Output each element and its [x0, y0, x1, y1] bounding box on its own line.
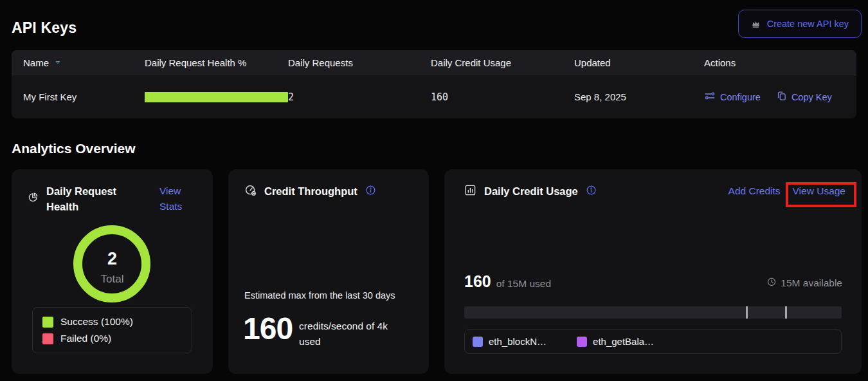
clock-icon — [766, 277, 777, 290]
credits-used-suffix: of 15M used — [496, 278, 551, 290]
eth-getbalance-swatch — [577, 337, 587, 347]
legend-item-eth-getbalance: eth_getBala… — [577, 336, 654, 347]
success-swatch — [42, 317, 53, 328]
updated-value: Sep 8, 2025 — [574, 91, 704, 102]
card-title: Daily Request Health — [46, 183, 130, 214]
throughput-value: 160 — [243, 312, 293, 349]
column-header-credit-usage: Daily Credit Usage — [431, 57, 574, 68]
daily-requests-value: 2 — [288, 91, 431, 103]
daily-request-health-card: Daily Request Health View Stats 2 Total … — [12, 169, 213, 374]
eth-getbalance-label: eth_getBala… — [593, 336, 654, 347]
donut-total-value: 2 — [12, 249, 213, 269]
crown-icon — [751, 19, 761, 29]
eth-blocknumber-label: eth_blockN… — [489, 336, 547, 347]
row-actions: Configure Copy Key — [704, 90, 856, 104]
table-row[interactable]: My First Key 2 160 Sep 8, 2025 Configure — [12, 75, 856, 118]
column-header-health: Daily Request Health % — [145, 57, 288, 68]
pie-chart-icon — [28, 192, 39, 205]
info-icon[interactable] — [586, 185, 597, 198]
health-legend: Success (100%) Failed (0%) — [32, 307, 192, 353]
page-title: API Keys — [12, 19, 77, 37]
progress-tick — [785, 306, 787, 319]
api-key-name: My First Key — [23, 91, 145, 102]
daily-credit-usage-value: 160 — [431, 91, 574, 103]
copy-icon — [776, 91, 787, 104]
gauge-icon — [244, 184, 257, 199]
credit-throughput-card: Credit Throughput Estimated max from the… — [228, 169, 429, 374]
throughput-subtitle: Estimated max from the last 30 days — [244, 290, 395, 301]
analytics-title: Analytics Overview — [12, 141, 136, 156]
copy-key-link[interactable]: Copy Key — [776, 91, 832, 104]
card-title: Daily Credit Usage — [484, 183, 578, 199]
create-api-key-button[interactable]: Create new API key — [738, 10, 862, 38]
donut-total-label: Total — [12, 273, 213, 286]
legend-item-eth-blocknumber: eth_blockN… — [473, 336, 547, 347]
column-header-name[interactable]: Name — [23, 57, 145, 68]
bar-chart-icon — [464, 184, 476, 199]
sort-chevron-icon — [54, 57, 62, 68]
legend-item-failed: Failed (0%) — [42, 333, 182, 344]
configure-link[interactable]: Configure — [704, 90, 761, 104]
sliders-icon — [704, 90, 716, 104]
health-bar-cell — [145, 92, 288, 102]
dashboard-page: API Keys Create new API key Name Daily R… — [0, 0, 868, 381]
column-header-updated: Updated — [574, 57, 704, 68]
view-stats-link[interactable]: View Stats — [159, 183, 197, 214]
health-bar — [145, 92, 288, 102]
credit-usage-progress-bar — [464, 306, 842, 319]
copy-key-label: Copy Key — [791, 92, 832, 102]
configure-label: Configure — [720, 92, 761, 102]
throughput-suffix: credits/second of 4k used — [299, 319, 402, 349]
column-header-actions: Actions — [704, 57, 856, 68]
usage-legend: eth_blockN… eth_getBala… — [464, 329, 842, 354]
column-header-requests: Daily Requests — [288, 57, 431, 68]
add-credits-link[interactable]: Add Credits — [728, 183, 781, 199]
legend-success-label: Success (100%) — [60, 316, 133, 328]
info-icon[interactable] — [365, 185, 376, 198]
daily-credit-usage-card: Daily Credit Usage Add Credits View Usag… — [444, 169, 862, 374]
credits-used-value: 160 — [464, 272, 491, 291]
view-usage-link[interactable]: View Usage — [793, 183, 845, 199]
card-title: Credit Throughput — [264, 183, 357, 199]
legend-item-success: Success (100%) — [42, 316, 182, 328]
create-api-key-label: Create new API key — [767, 19, 849, 29]
credits-available-label: 15M available — [781, 277, 842, 289]
table-header-row: Name Daily Request Health % Daily Reques… — [12, 50, 856, 75]
api-keys-table: Name Daily Request Health % Daily Reques… — [12, 50, 856, 118]
column-header-name-label: Name — [23, 57, 49, 68]
failed-swatch — [42, 333, 53, 344]
progress-tick — [746, 306, 748, 319]
legend-failed-label: Failed (0%) — [60, 333, 111, 344]
eth-blocknumber-swatch — [473, 337, 483, 347]
